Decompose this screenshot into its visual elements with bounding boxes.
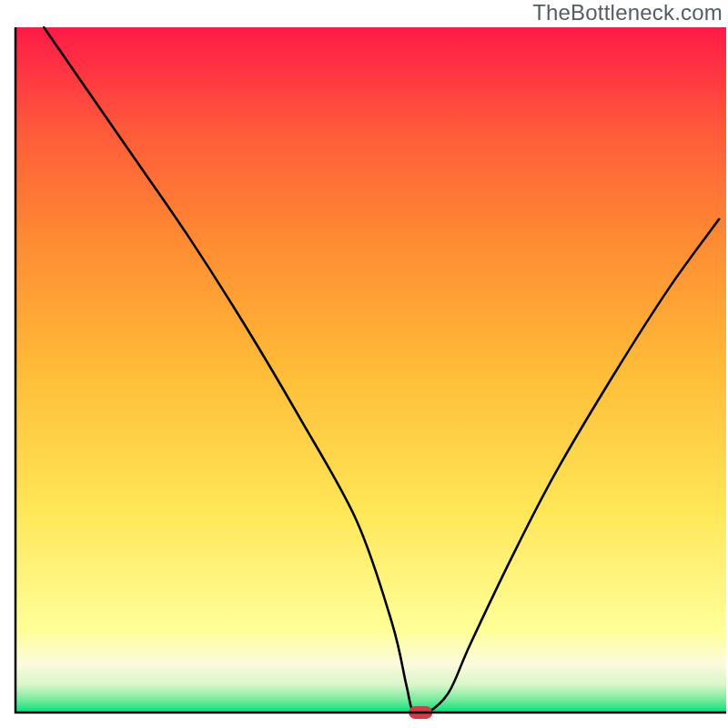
plot-background bbox=[15, 27, 726, 713]
watermark-text: TheBottleneck.com bbox=[532, 0, 723, 25]
chart-canvas bbox=[0, 0, 728, 728]
bottleneck-chart: TheBottleneck.com bbox=[0, 0, 728, 728]
